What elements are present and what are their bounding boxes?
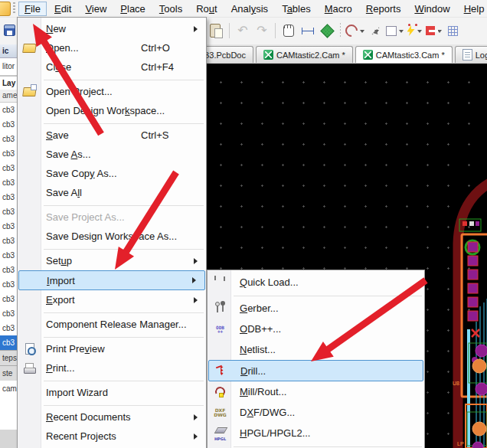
- layers-panel-row[interactable]: cb3: [0, 132, 17, 146]
- file-menu-item-save-copy-as[interactable]: Save Copy As...: [18, 164, 206, 183]
- layers-panel-row[interactable]: Lay: [0, 75, 17, 90]
- layers-panel-row[interactable]: cb3: [0, 117, 17, 132]
- layers-panel-row[interactable]: cam: [0, 381, 17, 397]
- file-menu-item-save-design-workspace-as[interactable]: Save Design Workspace As...: [18, 227, 206, 246]
- layers-panel-row[interactable]: cb3: [0, 219, 17, 234]
- menubar-item-help[interactable]: Help: [458, 2, 487, 16]
- import-submenu-item-hpgl[interactable]: HPGL/HPGL2...: [208, 423, 424, 443]
- paste-icon[interactable]: [208, 21, 224, 40]
- frame-tool-icon[interactable]: [386, 21, 404, 40]
- grid-icon[interactable]: [444, 21, 461, 40]
- menubar-item-macro[interactable]: Macro: [319, 2, 358, 16]
- layers-panel-row[interactable]: cb3: [0, 161, 17, 175]
- menubar-item-analysis[interactable]: Analysis: [225, 2, 274, 16]
- file-menu-item[interactable]: [18, 202, 206, 208]
- file-menu-item-save[interactable]: Save Ctrl+S: [18, 126, 206, 145]
- file-menu-item[interactable]: [18, 378, 206, 383]
- file-menu-item-save-project-as[interactable]: Save Project As...: [18, 208, 206, 227]
- layers-panel-row[interactable]: cb3: [0, 248, 17, 263]
- file-menu-item-close[interactable]: Close Ctrl+F4: [18, 57, 206, 77]
- file-menu-item-print[interactable]: Print...: [18, 358, 206, 378]
- layers-panel-row[interactable]: ste: [0, 365, 17, 381]
- arc-tool-icon[interactable]: [345, 21, 364, 40]
- toolbar-separator[interactable]: [273, 21, 278, 40]
- layers-panel-row[interactable]: ic: [0, 44, 17, 58]
- file-menu-item-component-release-manager[interactable]: Component Release Manager...: [18, 315, 206, 334]
- layers-panel-row[interactable]: cb3: [0, 292, 17, 306]
- menubar-item-tools[interactable]: Tools: [153, 2, 188, 16]
- menubar-item-file[interactable]: File: [18, 2, 47, 16]
- file-menu-item[interactable]: [18, 246, 206, 251]
- import-submenu-item-netlist[interactable]: Netlist...: [208, 339, 424, 360]
- layers-panel-row[interactable]: cb3: [0, 277, 17, 292]
- layers-panel-row[interactable]: cb3: [0, 335, 17, 350]
- layers-panel-row[interactable]: cb3: [0, 190, 17, 204]
- import-submenu-item-gerber[interactable]: Gerber...: [208, 298, 424, 319]
- import-submenu-item[interactable]: [208, 293, 424, 298]
- toolbar-separator[interactable]: [338, 21, 343, 40]
- menubar-item-reports[interactable]: Reports: [360, 2, 407, 16]
- file-menu-item[interactable]: [18, 120, 206, 126]
- tab-camtastic2[interactable]: CAMtastic2.Cam *: [256, 46, 353, 63]
- layers-panel-row[interactable]: teps: [0, 350, 17, 365]
- file-menu-item[interactable]: [18, 402, 206, 407]
- file-menu-item[interactable]: [18, 309, 206, 315]
- measure-icon[interactable]: [299, 21, 316, 40]
- file-menu-item-import[interactable]: Import: [18, 270, 205, 290]
- layers-panel-row[interactable]: ame: [0, 90, 17, 103]
- file-menu-item-recent-projects[interactable]: Recent Projects: [18, 427, 206, 446]
- layers-panel-row[interactable]: cb3: [0, 263, 17, 277]
- undo-icon[interactable]: ↶: [234, 21, 251, 40]
- file-menu-item-print-preview[interactable]: Print Preview: [18, 339, 206, 358]
- menubar-item-tables[interactable]: Tables: [276, 2, 317, 16]
- file-menu-item-import-wizard[interactable]: Import Wizard: [18, 383, 206, 402]
- file-menu-item-open-project[interactable]: Open Project...: [18, 82, 206, 101]
- tab-log[interactable]: Log_201: [455, 46, 487, 63]
- pad-tool-icon[interactable]: [425, 21, 442, 40]
- menubar-item-window[interactable]: Window: [408, 2, 456, 16]
- dropdown-caret-icon[interactable]: [417, 30, 422, 35]
- dropdown-caret-icon[interactable]: [399, 30, 404, 35]
- layers-panel-row[interactable]: litor: [0, 58, 17, 75]
- file-menu-item-save-as[interactable]: Save As...: [18, 145, 206, 164]
- toolbar-separator[interactable]: [227, 21, 232, 40]
- file-menu-item-recent-documents[interactable]: Recent Documents: [18, 407, 206, 427]
- layers-panel-row[interactable]: cb3: [0, 306, 17, 321]
- pan-hand-icon[interactable]: [280, 21, 297, 40]
- layers-panel-row[interactable]: cb3: [0, 321, 17, 335]
- file-menu-item-new[interactable]: New: [18, 19, 206, 38]
- menubar-item-view[interactable]: View: [79, 2, 113, 16]
- dropdown-caret-icon[interactable]: [374, 30, 379, 35]
- file-menu-item[interactable]: [18, 77, 206, 82]
- layers-panel-row[interactable]: cb3: [0, 146, 17, 161]
- file-menu-item-open-design-workspace[interactable]: Open Design Workspace...: [18, 101, 206, 120]
- import-submenu-item-quick-load[interactable]: Quick Load...: [208, 272, 424, 293]
- toolbar-grip[interactable]: [13, 2, 15, 15]
- snap-point-icon[interactable]: [367, 21, 384, 40]
- menubar-item-rout[interactable]: Rout: [190, 2, 223, 16]
- polygon-fill-icon[interactable]: [319, 21, 335, 40]
- save-toolbar-icon[interactable]: [3, 24, 15, 36]
- file-menu-item-save-all[interactable]: Save All: [18, 183, 206, 202]
- import-submenu-item-odbpp[interactable]: ODB++...: [208, 319, 424, 339]
- layers-panel-row[interactable]: cb3: [0, 175, 17, 190]
- dropdown-caret-icon[interactable]: [360, 30, 364, 35]
- import-submenu-item[interactable]: [208, 443, 424, 448]
- layers-panel-row[interactable]: cb3: [0, 103, 17, 117]
- file-menu-item-export[interactable]: Export: [18, 290, 206, 309]
- menubar-item-edit[interactable]: Edit: [48, 2, 77, 16]
- printer-icon: [21, 360, 38, 376]
- file-menu-item[interactable]: [18, 334, 206, 339]
- import-submenu-item-dxf-dwg[interactable]: DXF/DWG...: [208, 402, 424, 423]
- dropdown-caret-icon[interactable]: [437, 30, 442, 35]
- file-menu-item-setup[interactable]: Setup: [18, 251, 206, 270]
- import-submenu-item-mill-rout[interactable]: Mill/Rout...: [208, 381, 424, 402]
- file-menu-item-open[interactable]: Open... Ctrl+O: [18, 38, 206, 57]
- layers-panel-row[interactable]: cb3: [0, 204, 17, 219]
- flash-tool-icon[interactable]: [406, 21, 423, 40]
- tab-camtastic3[interactable]: CAMtastic3.Cam *: [355, 46, 453, 63]
- layers-panel-row[interactable]: cb3: [0, 234, 17, 248]
- redo-icon[interactable]: ↷: [253, 21, 270, 40]
- menubar-item-place[interactable]: Place: [114, 2, 152, 16]
- import-submenu-item-drill[interactable]: Drill...: [208, 360, 423, 381]
